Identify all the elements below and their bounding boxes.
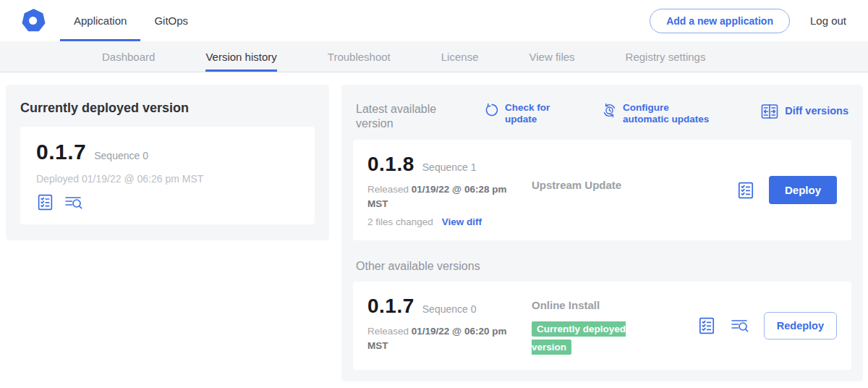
deployed-sequence-label: Sequence 0	[94, 150, 148, 161]
diff-versions-link[interactable]: Diff versions	[760, 102, 848, 120]
latest-version-number: 0.1.8	[367, 153, 414, 176]
tab-gitops[interactable]: GitOps	[140, 0, 202, 41]
subtab-registry-settings[interactable]: Registry settings	[626, 41, 706, 72]
subtab-view-files[interactable]: View files	[529, 41, 574, 72]
redeploy-button[interactable]: Redeploy	[764, 312, 837, 340]
app-subnav: Dashboard Version history Troubleshoot L…	[0, 41, 868, 72]
top-bar: Application GitOps Add a new application…	[0, 0, 868, 41]
add-new-application-button[interactable]: Add a new application	[650, 9, 790, 33]
release-notes-icon[interactable]	[697, 316, 716, 335]
diff-versions-icon	[760, 103, 779, 120]
release-notes-icon[interactable]	[736, 181, 755, 200]
other-released-date: Released 01/19/22 @ 06:20 pm MST	[367, 324, 516, 353]
configure-automatic-updates-label: Configure automatic updates	[623, 102, 717, 125]
latest-available-title: Latest available version	[356, 102, 466, 131]
deployed-version-number: 0.1.7	[36, 140, 86, 164]
deploy-button[interactable]: Deploy	[769, 176, 837, 204]
files-changed-label: 2 files changed	[367, 216, 433, 227]
subtab-license[interactable]: License	[441, 41, 479, 72]
latest-released-date: Released 01/19/22 @ 06:28 pm MST	[367, 182, 516, 211]
currently-deployed-badge: Currently deployed version	[532, 321, 626, 355]
app-logo[interactable]	[22, 0, 46, 41]
view-logs-icon[interactable]	[730, 317, 750, 334]
currently-deployed-panel: Currently deployed version 0.1.7 Sequenc…	[6, 85, 329, 240]
other-version-number: 0.1.7	[367, 295, 414, 318]
latest-sequence-label: Sequence 1	[422, 161, 477, 173]
subtab-dashboard[interactable]: Dashboard	[102, 41, 155, 72]
deployed-version-card: 0.1.7 Sequence 0 Deployed 01/19/22 @ 06:…	[20, 127, 315, 224]
check-for-update-link[interactable]: Check for update	[485, 102, 557, 125]
logout-link[interactable]: Log out	[810, 14, 846, 27]
subtab-version-history[interactable]: Version history	[205, 41, 276, 72]
view-logs-icon[interactable]	[64, 194, 84, 211]
other-version-card: 0.1.7 Sequence 0 Released 01/19/22 @ 06:…	[353, 282, 851, 370]
available-header: Latest available version Check for updat…	[353, 102, 851, 131]
other-available-versions-title: Other available versions	[356, 260, 848, 273]
view-diff-link[interactable]: View diff	[442, 216, 482, 227]
main-content: Currently deployed version 0.1.7 Sequenc…	[0, 72, 868, 381]
available-versions-panel: Latest available version Check for updat…	[341, 85, 863, 381]
latest-version-card: 0.1.8 Sequence 1 Released 01/19/22 @ 06:…	[353, 140, 851, 240]
subtab-troubleshoot[interactable]: Troubleshoot	[328, 41, 391, 72]
latest-source-label: Upstream Update	[532, 179, 621, 191]
other-source-label: Online Install	[532, 299, 600, 311]
topbar-right: Add a new application Log out	[650, 0, 846, 41]
currently-deployed-title: Currently deployed version	[20, 101, 315, 116]
tab-application[interactable]: Application	[60, 0, 140, 41]
clock-refresh-icon	[602, 103, 617, 118]
kots-logo-icon	[22, 9, 46, 33]
release-notes-icon[interactable]	[36, 193, 54, 211]
check-for-update-label: Check for update	[505, 102, 557, 125]
deployed-date-label: Deployed 01/19/22 @ 06:26 pm MST	[36, 173, 299, 185]
diff-versions-label: Diff versions	[785, 105, 848, 117]
refresh-icon	[485, 103, 499, 117]
other-sequence-label: Sequence 0	[422, 303, 477, 315]
configure-automatic-updates-link[interactable]: Configure automatic updates	[602, 102, 717, 125]
